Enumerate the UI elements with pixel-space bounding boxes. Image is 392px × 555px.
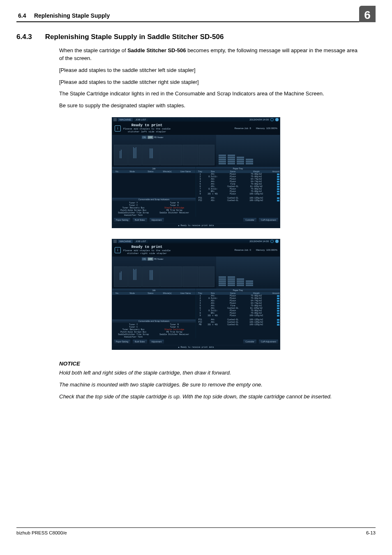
job-title: Job (112, 167, 196, 170)
runhead-section-num: 6.4 (18, 12, 26, 19)
job-body (112, 173, 196, 198)
heater-off-button[interactable]: OFF (148, 136, 153, 139)
runhead-section-title: Replenishing Staple Supply (34, 12, 110, 19)
memory-value: 100.000% (266, 249, 277, 251)
paper-row: 92倍 x 4倍Plain106-135g/m2 (196, 314, 280, 317)
paper-title: Paper Tray (196, 167, 280, 170)
job-title: Job (112, 289, 196, 292)
tab-joblist[interactable]: JOB LIST (134, 240, 148, 243)
heater-on-button[interactable]: ON (142, 136, 147, 139)
running-header: 6.4 Replenishing Staple Supply 6 (16, 0, 376, 21)
section-number: 6.4.3 (16, 33, 32, 41)
job-header: No. Mode Status Minute(s) User Name (112, 170, 196, 173)
intro-text-bold: Saddle Stitcher SD-506 (127, 47, 186, 53)
paper-rows-pi-1: PI1A4□Coated-GL106-135g/m2PI2A3□Coated-G… (196, 197, 280, 202)
notice-block: NOTICE Hold both left and right sides of… (59, 361, 363, 401)
both-sides-button[interactable]: Both Sides (133, 340, 147, 344)
info-badge-icon: i (115, 125, 121, 132)
indicator-paragraph: The Staple Cartridge indicator lights in… (59, 90, 363, 98)
controller-button[interactable]: Controller (243, 340, 256, 344)
info-icon[interactable] (270, 118, 274, 121)
memory-value: 100.000% (266, 127, 277, 130)
job-body (112, 295, 196, 319)
machine-screen-1: MACHINE JOB LIST 2013/04/04 14:00 i Read… (112, 117, 280, 228)
paper-panel: Paper Tray Tray Size Name Weight Amount … (196, 289, 280, 338)
user-icon (113, 240, 117, 243)
both-sides-button[interactable]: Both Sides (133, 218, 147, 222)
heater-off-button[interactable]: OFF (148, 257, 153, 261)
consumables-title: Consumable and Scrap Indicators (112, 198, 196, 201)
chapter-badge: 6 (359, 6, 376, 22)
machine-screen-2: MACHINE JOB LIST 2013/04/04 14:00 i Read… (112, 239, 280, 350)
bottom-buttons: Paper Setting Both Sides Adjustment Cont… (112, 217, 280, 223)
figures: MACHINE JOB LIST 2013/04/04 14:00 i Read… (16, 117, 376, 350)
body: When the staple cartridge of Saddle Stit… (59, 47, 363, 110)
notice-heading: NOTICE (59, 361, 363, 367)
paper-row: 92倍 x 4倍Plain106-135g/m2 (196, 193, 280, 195)
copi-adjustment-button[interactable]: CoPi Adjustment (259, 340, 278, 344)
heater-on-button[interactable]: ON (142, 257, 147, 261)
paper-title: Paper Tray (196, 289, 280, 292)
message-left: [Please add staples to the saddle stitch… (59, 67, 363, 74)
pb-heater-group: ON OFF PB Heater (142, 257, 164, 261)
machine-diagram (114, 266, 214, 287)
job-panel: Job No. Mode Status Minute(s) User Name … (112, 167, 196, 217)
user-icon (113, 118, 117, 121)
reserve-count: 8 (250, 127, 251, 130)
paper-header: Tray Size Name Weight Amount (196, 292, 280, 295)
tab-machine[interactable]: MACHINE (118, 240, 133, 243)
paper-rows-2: 1A4□Plain75-80g/m228.5x11□Plain75-80g/m2… (196, 295, 280, 317)
info-badge-icon: i (115, 247, 121, 253)
section-heading: 6.4.3 Replenishing Staple Supply in Sadd… (16, 30, 376, 41)
page-number: 6-13 (366, 530, 376, 535)
notice-line-1: Hold both left and right sides of the st… (59, 369, 363, 377)
product-name: bizhub PRESS C8000/e (16, 530, 67, 535)
besure-paragraph: Be sure to supply the designated stapler… (59, 102, 363, 110)
copi-adjustment-button[interactable]: CoPi Adjustment (259, 218, 278, 222)
job-header: No. Mode Status Minute(s) User Name (112, 292, 196, 295)
help-icon[interactable] (275, 240, 279, 243)
ready-subtitle: Please add staples to the saddle stitche… (123, 127, 171, 133)
consumables-list: Toner YToner M Toner CToner K Toner Reco… (112, 201, 196, 217)
paper-setting-button[interactable]: Paper Setting (114, 340, 130, 344)
paper-rows-1: 1A4□Plain75-80g/m228.5x11□Plain75-80g/m2… (196, 173, 280, 195)
notice-line-3: Check that the top side of the staple ca… (59, 393, 363, 401)
machine-diagram (114, 145, 214, 165)
status-line: ▲ Ready to receive print data (112, 223, 280, 228)
paper-setting-button[interactable]: Paper Setting (114, 218, 130, 222)
pb-heater-group: ON OFF PB Heater (142, 136, 164, 139)
reserve-count: 0 (250, 249, 251, 251)
tab-machine[interactable]: MACHINE (118, 118, 133, 121)
bottom-buttons: Paper Setting Both Sides Adjustment Cont… (112, 338, 280, 345)
consumables-title: Consumable and Scrap Indicators (112, 319, 196, 323)
memory-label: Memory (256, 249, 265, 251)
reserve-label: Reserve Job (235, 249, 249, 251)
ready-title: Ready to print (123, 123, 171, 127)
paper-row: PB2倍 x 4倍Coated-GL106-135g/m2 (196, 324, 280, 326)
reserve-label: Reserve Job (235, 127, 249, 130)
heater-label: PB Heater (154, 258, 164, 260)
controller-button[interactable]: Controller (243, 218, 256, 222)
section-title: Replenishing Staple Supply in Saddle Sti… (45, 33, 224, 41)
memory-label: Memory (256, 127, 265, 130)
tab-joblist[interactable]: JOB LIST (134, 118, 148, 121)
job-panel: Job No. Mode Status Minute(s) User Name … (112, 289, 196, 338)
clock: 2013/04/04 14:00 (249, 240, 269, 243)
paper-rows-pi-2: PI1A4□Coated-GL106-135g/m2PI2A3□Coated-G… (196, 319, 280, 326)
info-icon[interactable] (270, 240, 274, 243)
help-icon[interactable] (275, 118, 279, 121)
ready-subtitle: Please add staples to the saddle stitche… (123, 249, 171, 255)
tray-diagram (216, 257, 280, 289)
heater-label: PB Heater (154, 136, 164, 139)
paper-panel: Paper Tray Tray Size Name Weight Amount … (196, 167, 280, 217)
message-right: [Please add staples to the saddle stitch… (59, 79, 363, 86)
adjustment-button[interactable]: Adjustment (150, 340, 164, 344)
intro-text-1: When the staple cartridge of (59, 47, 127, 53)
tray-diagram (216, 135, 280, 167)
clock: 2013/04/04 14:00 (249, 118, 269, 121)
paper-header: Tray Size Name Weight Amount (196, 170, 280, 173)
adjustment-button[interactable]: Adjustment (150, 218, 164, 222)
paper-row: PI2A3□Coated-GL106-135g/m2 (196, 199, 280, 202)
page-footer: bizhub PRESS C8000/e 6-13 (16, 527, 376, 535)
ready-title: Ready to print (123, 245, 171, 249)
